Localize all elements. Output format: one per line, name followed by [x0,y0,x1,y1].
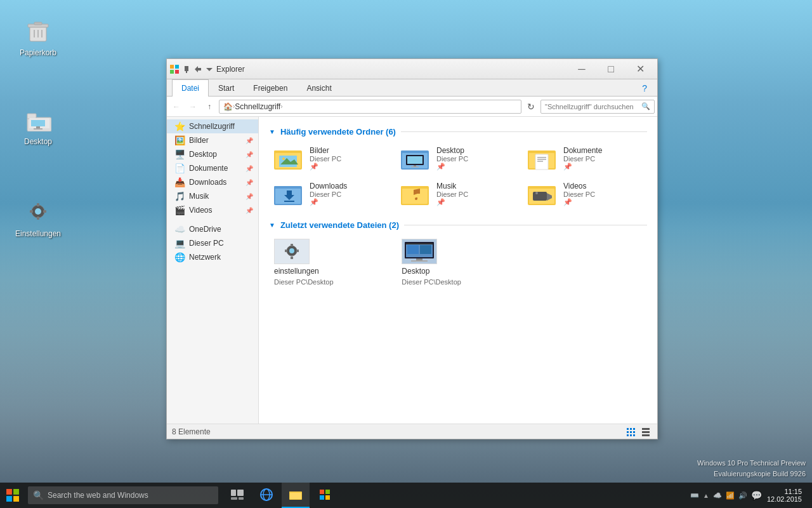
videos-folder-info: Videos Dieser PC 📌 [563,182,642,206]
taskbar-search-icon: 🔍 [33,490,44,500]
svg-rect-16 [30,210,33,213]
sidebar-item-onedrive[interactable]: ☁️ OneDrive [167,222,258,236]
folder-item-desktop[interactable]: Desktop Dieser PC 📌 [396,142,520,175]
notification-icon[interactable]: 💬 [751,490,762,500]
tab-datei[interactable]: Datei [172,79,209,97]
tab-freigeben[interactable]: Freigeben [244,79,297,97]
musik-folder-info: Musik Dieser PC 📌 [436,182,515,206]
desktop-file-name: Desktop [402,267,429,276]
windows-build-info: Windows 10 Pro Technical Preview Evaluie… [697,458,806,480]
tray-arrow[interactable]: ▲ [703,492,709,499]
search-icon: 🔍 [641,102,650,110]
sidebar-item-desktop[interactable]: 🖥️ Desktop 📌 [167,147,258,161]
tab-start[interactable]: Start [209,79,244,97]
papierkorb-icon [23,15,53,46]
desktop-icon-desktop[interactable]: Desktop [13,102,63,149]
folder-item-videos[interactable]: Videos Dieser PC 📌 [523,177,647,210]
desktop-icon-papierkorb[interactable]: Papierkorb [13,13,63,60]
frequent-section-label: Häufig verwendete Ordner (6) [280,127,396,137]
recent-item-einstellungen[interactable]: einstellungen Dieser PC\Desktop [269,235,391,290]
downloads-folder-icon [274,181,304,206]
sidebar-item-downloads[interactable]: 📥 Downloads 📌 [167,175,258,189]
taskbar-search-bar[interactable]: 🔍 Search the web and Windows [28,486,218,504]
system-clock[interactable]: 11:15 12.02.2015 [767,488,802,503]
frequent-chevron[interactable]: ▼ [269,128,275,135]
dieser-pc-icon: 💻 [174,238,185,248]
desktop-thumb [402,239,437,264]
list-view-button[interactable] [624,425,637,438]
home-segment[interactable]: 🏠 [223,102,233,111]
store-button[interactable] [311,483,339,508]
detail-view-button[interactable] [639,425,652,438]
bilder-icon: 🖼️ [174,135,185,145]
chevron-down-icon [205,65,214,74]
musik-folder-icon [401,181,431,206]
recent-chevron[interactable]: ▼ [269,222,275,229]
taskview-icon [231,490,244,500]
close-button[interactable]: ✕ [625,60,655,79]
svg-rect-14 [37,203,39,206]
frequent-section-header: ▼ Häufig verwendete Ordner (6) [269,127,647,137]
desktop-file-path: Dieser PC\Desktop [402,278,461,286]
help-button[interactable]: ? [637,81,652,96]
back-button[interactable]: ← [169,100,183,114]
svg-rect-17 [43,210,46,213]
arrow-icon [193,65,202,74]
status-bar: 8 Elemente [167,424,657,439]
keyboard-icon[interactable]: ⌨️ [690,491,699,500]
svg-rect-85 [642,431,650,433]
downloads-folder-info: Downloads Dieser PC 📌 [310,182,388,206]
svg-rect-101 [320,490,324,494]
minimize-button[interactable]: ─ [567,60,596,79]
network-tray-icon[interactable]: 📶 [726,491,735,500]
svg-rect-94 [239,497,244,500]
bilder-pin: 📌 [310,163,388,171]
maximize-button[interactable]: □ [596,60,625,79]
schnellzugriff-segment[interactable]: Schnellzugriff [235,102,280,111]
sidebar-item-musik[interactable]: 🎵 Musik 📌 [167,189,258,203]
explorer-window: Explorer ─ □ ✕ Datei Start Freigeben Ans… [166,58,658,439]
search-input[interactable] [545,103,639,110]
clock-time: 11:15 [784,488,802,495]
up-button[interactable]: ↑ [202,100,216,114]
address-path[interactable]: 🏠 › Schnellzugriff › [219,100,521,114]
desktop: Papierkorb Desktop Ein [0,0,812,508]
taskview-button[interactable] [223,483,251,508]
sidebar-item-schnellzugriff[interactable]: ⭐ Schnellzugriff [167,119,258,133]
main-area: ⭐ Schnellzugriff 🖼️ Bilder 📌 🖥️ Desktop … [167,117,657,424]
desktop-folder-icon [401,145,431,171]
windows-logo-icon [6,489,19,502]
svg-rect-93 [231,497,237,500]
search-box[interactable]: 🔍 [540,100,655,114]
sidebar-item-dieser-pc[interactable]: 💻 Dieser PC [167,236,258,250]
onedrive-tray-icon[interactable]: ☁️ [713,491,722,500]
sidebar-item-bilder[interactable]: 🖼️ Bilder 📌 [167,133,258,147]
desktop-icon-einstellungen[interactable]: Einstellungen [13,194,63,241]
tab-ansicht[interactable]: Ansicht [297,79,341,97]
volume-tray-icon[interactable]: 🔊 [738,491,747,500]
recent-item-desktop[interactable]: Desktop Dieser PC\Desktop [396,235,519,290]
musik-pin: 📌 [436,198,515,206]
ie-button[interactable] [252,483,280,508]
dokumente-pin: 📌 [563,163,642,171]
pin-icon [182,65,191,74]
folder-item-dokumente[interactable]: Dokumente Dieser PC 📌 [523,142,647,175]
sidebar-item-netzwerk[interactable]: 🌐 Netzwerk [167,250,258,264]
dokumente-folder-icon [528,145,558,171]
sidebar-item-dokumente[interactable]: 📄 Dokumente 📌 [167,161,258,175]
folder-item-musik[interactable]: Musik Dieser PC 📌 [396,177,520,210]
svg-rect-73 [416,258,422,260]
start-button[interactable] [0,483,25,508]
sidebar-item-videos[interactable]: 🎬 Videos 📌 [167,203,258,217]
svg-rect-63 [291,244,293,246]
svg-rect-90 [13,496,19,502]
explorer-taskbar-button[interactable] [282,483,310,508]
refresh-button[interactable]: ↻ [524,100,538,114]
forward-button[interactable]: → [186,100,200,114]
folder-item-bilder[interactable]: Bilder Dieser PC 📌 [269,142,393,175]
window-title: Explorer [216,65,567,74]
desktop-pin: 📌 [436,163,515,171]
folder-item-downloads[interactable]: Downloads Dieser PC 📌 [269,177,393,210]
svg-point-13 [35,208,41,215]
svg-rect-36 [407,156,422,164]
